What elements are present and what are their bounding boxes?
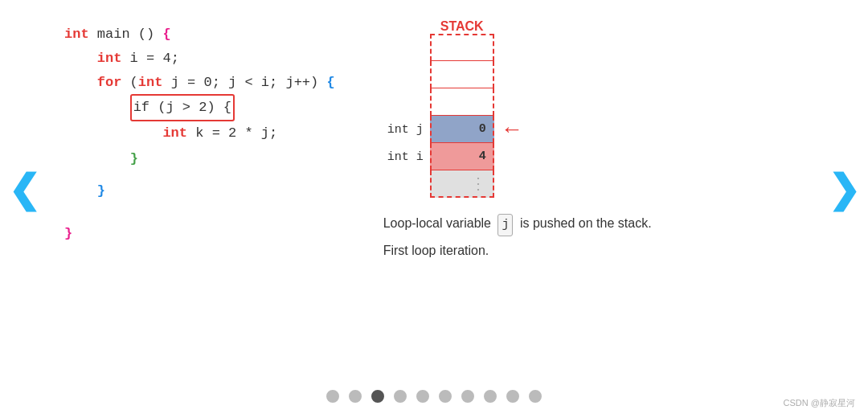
- dot-6[interactable]: [461, 390, 474, 403]
- stack-title: STACK: [440, 19, 484, 33]
- stack-label-i: int i: [383, 150, 430, 164]
- brace-open-main: {: [162, 27, 170, 42]
- stack-cell-empty-2: [430, 61, 494, 88]
- description-panel: Loop-local variable j is pushed on the s…: [383, 212, 652, 261]
- stack-title-row: STACK: [383, 19, 494, 34]
- pagination-bar: [0, 379, 868, 414]
- brace-close-main: }: [64, 226, 72, 241]
- code-line-2: int i = 4;: [64, 47, 335, 71]
- dot-3[interactable]: [394, 390, 407, 403]
- dot-8[interactable]: [506, 390, 519, 403]
- dot-0[interactable]: [326, 390, 339, 403]
- brace-close-for: }: [97, 183, 105, 199]
- code-line-5: int k = 2 * j;: [64, 121, 335, 146]
- prev-button[interactable]: ❮: [0, 0, 48, 379]
- stack-label-j: int j: [383, 123, 430, 137]
- desc-text-1: Loop-local variable: [383, 216, 491, 230]
- code-line-6: }: [64, 147, 335, 171]
- code-panel: int main () { int i = 4; for (int j = 0;…: [64, 19, 335, 246]
- dot-7[interactable]: [484, 390, 497, 403]
- desc-text-1b: is pushed on the stack.: [520, 216, 652, 230]
- dot-9[interactable]: [529, 390, 542, 403]
- stack-row-empty-1: [383, 34, 494, 61]
- stack-row-empty-2: [383, 61, 494, 88]
- stack-row-int-i: int i 4: [383, 143, 494, 170]
- stack-cell-j: 0: [430, 116, 494, 143]
- dot-5[interactable]: [439, 390, 452, 403]
- slide-container: ❮ int main () { int i = 4; for (int j = …: [0, 0, 868, 379]
- brace-for: {: [326, 75, 334, 90]
- stack-row-int-j: int j 0 ←: [383, 116, 523, 143]
- stack-cell-dots: ⋮: [430, 170, 494, 198]
- content-area: int main () { int i = 4; for (int j = 0;…: [48, 0, 820, 379]
- desc-line2: First loop iteration.: [383, 240, 652, 261]
- stack-row-dots: ⋮: [383, 170, 494, 198]
- kw-int-2: int: [97, 51, 122, 66]
- code-line-3: for (int j = 0; j < i; j++) {: [64, 71, 335, 95]
- stack-cell-empty-1: [430, 34, 494, 61]
- kw-for: for: [97, 75, 122, 90]
- dot-1[interactable]: [349, 390, 362, 403]
- stack-cell-empty-3: [430, 88, 494, 116]
- watermark: CSDN @静寂星河: [784, 397, 855, 409]
- code-line-4: if (j > 2) {: [64, 94, 335, 121]
- code-line-8: }: [64, 222, 335, 246]
- prev-icon: ❮: [8, 170, 40, 209]
- code-line-7: }: [64, 179, 335, 203]
- if-highlight-box: if (j > 2) {: [130, 94, 235, 121]
- stack-arrow-j: ←: [501, 118, 523, 141]
- dot-2[interactable]: [371, 390, 384, 403]
- kw-int-3: int: [138, 75, 163, 90]
- kw-int-4: int: [162, 125, 187, 141]
- desc-inline-code: j: [497, 214, 513, 236]
- stack-visual: STACK: [383, 19, 523, 198]
- kw-int-1: int: [64, 27, 89, 42]
- next-icon: ❯: [828, 170, 860, 209]
- brace-close-if: }: [130, 151, 138, 166]
- stack-row-empty-3: [383, 88, 494, 116]
- code-line-1: int main () {: [64, 23, 335, 47]
- stack-cell-i: 4: [430, 143, 494, 170]
- next-button[interactable]: ❯: [820, 0, 868, 379]
- stack-desc-area: STACK: [383, 19, 652, 261]
- desc-line1: Loop-local variable j is pushed on the s…: [383, 212, 652, 236]
- dot-4[interactable]: [416, 390, 429, 403]
